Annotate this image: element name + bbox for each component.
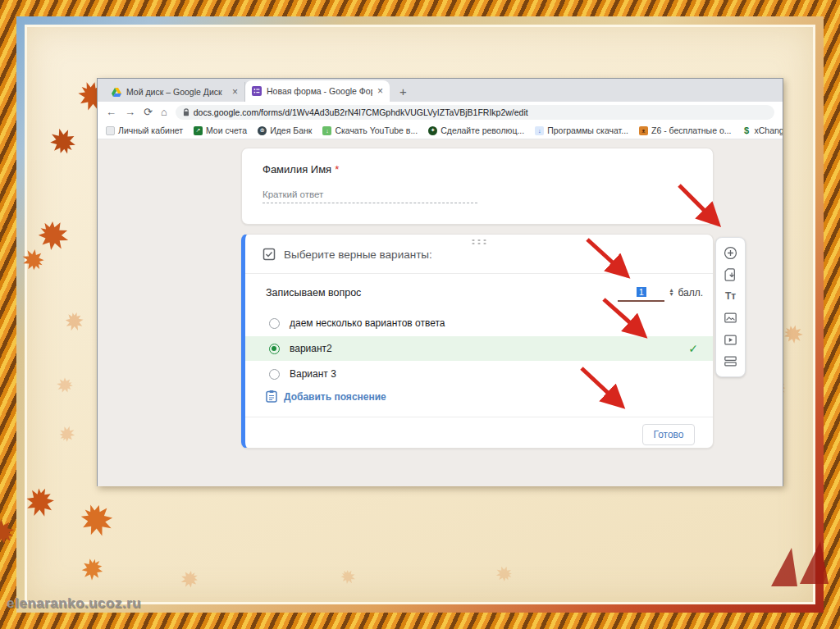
bookmark-item[interactable]: $ xChanger.org - Libe... <box>742 125 783 135</box>
tab-close-icon[interactable]: × <box>377 86 383 96</box>
add-image-button[interactable] <box>724 311 738 326</box>
site-watermark: elenaranko.ucoz.ru <box>7 595 141 612</box>
bookmark-label: Мои счета <box>206 125 247 135</box>
bookmark-item[interactable]: ↓ Скачать YouTube в... <box>322 125 418 135</box>
option-label: вариант2 <box>290 343 332 354</box>
bookmark-label: xChanger.org - Libe... <box>754 125 783 135</box>
question-title: Фамилия Имя* <box>262 163 339 175</box>
option-label: Вариант 3 <box>290 368 336 380</box>
points-widget: 1 ▴ ▾ балл. <box>618 284 703 302</box>
drag-handle-icon[interactable] <box>471 239 488 245</box>
orange-mascot-icon: ᴥ <box>639 126 648 135</box>
lock-icon <box>183 108 189 116</box>
forms-side-toolbar: Tт <box>715 237 746 377</box>
section-icon <box>724 356 737 367</box>
add-question-button[interactable] <box>724 245 738 260</box>
forms-editor-page: Фамилия Имя* Краткий ответ Выберите верн… <box>98 139 783 486</box>
answer-key-card[interactable]: Выберите верные варианты: Записываем воп… <box>241 234 714 449</box>
bookmark-item[interactable]: Личный кабинет <box>106 125 183 135</box>
tab-title: Новая форма - Google Формы <box>267 86 372 96</box>
green-download-icon: ↓ <box>322 126 331 135</box>
back-icon[interactable]: ← <box>106 107 116 117</box>
bookmark-label: Идея Банк <box>270 125 312 135</box>
home-icon[interactable]: ⌂ <box>161 107 167 117</box>
required-asterisk: * <box>335 163 339 175</box>
page-icon <box>106 126 115 135</box>
import-document-icon <box>724 268 737 281</box>
tab-close-icon[interactable]: × <box>232 87 238 97</box>
done-button[interactable]: Готово <box>642 424 695 445</box>
url-text: docs.google.com/forms/d/1Wv4Ad3uB2rN4I7C… <box>194 107 528 117</box>
tab-bar: Мой диск – Google Диск × Новая форма - G… <box>98 79 783 102</box>
option-row[interactable]: Вариант 3 <box>245 362 713 385</box>
correct-checkmark-icon: ✓ <box>688 342 698 355</box>
dark-green-circle-icon: ✦ <box>428 126 437 135</box>
bookmark-item[interactable]: ⊕ Идея Банк <box>258 125 312 135</box>
add-explanation-label: Добавить пояснение <box>284 391 386 403</box>
divider <box>245 417 713 417</box>
points-unit-label: балл. <box>678 287 703 299</box>
globe-icon: ⊕ <box>258 126 267 135</box>
points-value: 1 <box>637 287 646 297</box>
new-tab-button[interactable]: + <box>399 84 407 98</box>
forward-icon[interactable]: → <box>125 107 135 117</box>
tab-title: Мой диск – Google Диск <box>126 87 227 97</box>
option-label: даем несколько вариантов ответа <box>290 317 445 329</box>
reload-icon[interactable]: ⟳ <box>144 107 153 117</box>
radio-checked-icon[interactable] <box>269 344 280 354</box>
image-icon <box>724 312 737 323</box>
bookmark-label: Z6 - бесплатные о... <box>651 125 732 135</box>
short-answer-placeholder: Краткий ответ <box>262 189 477 203</box>
add-circle-icon <box>724 246 737 260</box>
presentation-slide: elenaranko.ucoz.ru Мой диск – Google Дис… <box>0 0 840 629</box>
google-forms-icon <box>252 86 262 96</box>
option-row[interactable]: даем несколько вариантов ответа <box>245 312 713 335</box>
bookmark-label: Личный кабинет <box>118 125 183 135</box>
bookmark-item[interactable]: ✦ Сделайте революц... <box>428 125 524 135</box>
answer-key-header: Выберите верные варианты: <box>262 248 432 261</box>
bookmarks-bar: Личный кабинет ↗ Мои счета ⊕ Идея Банк ↓… <box>98 122 783 139</box>
spinner-down-icon[interactable]: ▾ <box>669 293 673 297</box>
name-question-card[interactable]: Фамилия Имя* Краткий ответ <box>241 148 714 225</box>
add-title-button[interactable]: Tт <box>724 289 738 303</box>
address-bar[interactable]: docs.google.com/forms/d/1Wv4Ad3uB2rN4I7C… <box>176 105 774 120</box>
divider <box>245 273 713 274</box>
points-input[interactable]: 1 <box>618 284 664 302</box>
note-icon <box>266 390 277 403</box>
import-questions-button[interactable] <box>724 267 738 282</box>
bookmark-item[interactable]: ↗ Мои счета <box>194 125 247 135</box>
bookmark-label: Программы скачат... <box>547 125 628 135</box>
radio-unchecked-icon[interactable] <box>269 318 280 329</box>
google-drive-icon <box>112 88 121 97</box>
question-text: Записываем вопрос <box>266 287 361 299</box>
bookmark-label: Сделайте революц... <box>441 125 524 135</box>
dollar-icon: $ <box>742 126 751 135</box>
checkbox-check-icon <box>262 248 276 261</box>
tab-google-forms[interactable]: Новая форма - Google Формы × <box>245 80 390 102</box>
option-row-correct[interactable]: вариант2 ✓ <box>245 336 713 361</box>
add-video-button[interactable] <box>724 332 738 347</box>
bookmark-item[interactable]: ↓ Программы скачат... <box>535 125 628 135</box>
bookmark-item[interactable]: ᴥ Z6 - бесплатные о... <box>639 125 732 135</box>
browser-window: Мой диск – Google Диск × Новая форма - G… <box>97 78 783 486</box>
add-section-button[interactable] <box>724 354 738 369</box>
points-stepper[interactable]: ▴ ▾ <box>669 289 673 297</box>
answer-key-header-label: Выберите верные варианты: <box>284 248 432 261</box>
bookmark-label: Скачать YouTube в... <box>335 125 418 135</box>
tab-google-drive[interactable]: Мой диск – Google Диск × <box>105 82 245 102</box>
add-explanation-link[interactable]: Добавить пояснение <box>266 390 386 403</box>
navigation-bar: ← → ⟳ ⌂ docs.google.com/forms/d/1Wv4Ad3u… <box>98 102 783 122</box>
blue-download-icon: ↓ <box>535 126 544 135</box>
radio-unchecked-icon[interactable] <box>269 369 280 380</box>
video-icon <box>724 335 737 345</box>
green-arrow-badge-icon: ↗ <box>194 126 203 135</box>
